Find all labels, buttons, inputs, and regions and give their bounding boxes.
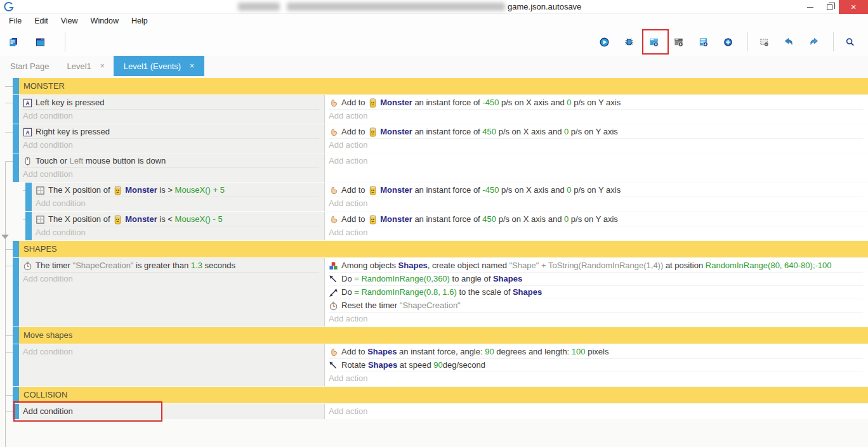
condition-line[interactable]: Touch or Left mouse button is down <box>23 155 319 167</box>
add-condition-placeholder[interactable]: Add condition <box>36 197 319 210</box>
conditions-cell[interactable]: The X position of Monster is < MouseX() … <box>32 212 324 240</box>
add-condition-placeholder[interactable]: Add condition <box>23 109 319 122</box>
play-button[interactable] <box>596 32 616 52</box>
action-line[interactable]: Add to Shapes an instant force, angle: 9… <box>329 346 863 358</box>
event-selection-bar[interactable] <box>13 95 19 124</box>
actions-cell[interactable]: Add to Shapes an instant force, angle: 9… <box>324 344 868 386</box>
redo-button[interactable] <box>805 32 825 52</box>
project-manager-button[interactable] <box>5 32 25 52</box>
add-action-placeholder[interactable]: Add action <box>329 372 863 385</box>
menu-item-view[interactable]: View <box>55 14 84 28</box>
menu-item-edit[interactable]: Edit <box>28 14 55 28</box>
group-header-shapes[interactable]: SHAPES <box>13 241 868 257</box>
scene-editor-button[interactable] <box>32 32 52 52</box>
tab-level1[interactable]: Level1× <box>58 56 113 76</box>
conditions-cell[interactable]: ARight key is pressedAdd condition <box>19 124 324 153</box>
tree-expander-icon[interactable] <box>1 235 9 239</box>
conditions-cell[interactable]: Add condition <box>19 344 324 386</box>
search-button[interactable] <box>841 32 862 52</box>
actions-cell[interactable]: Add to Monster an instant force of 450 p… <box>324 124 868 153</box>
tab-close-icon[interactable]: × <box>190 62 194 70</box>
condition-line[interactable]: The X position of Monster is < MouseX() … <box>36 213 319 226</box>
tab-level1-events-[interactable]: Level1 (Events)× <box>114 56 204 76</box>
action-line[interactable]: Add to Monster an instant force of 450 p… <box>329 126 863 138</box>
condition-line[interactable]: The timer "ShapeCreation" is greater tha… <box>23 259 319 272</box>
event-selection-bar[interactable] <box>13 327 19 344</box>
add-action-placeholder[interactable]: Add action <box>329 226 863 239</box>
action-line[interactable]: Add to Monster an instant force of -450 … <box>329 96 863 109</box>
add-action-placeholder[interactable]: Add action <box>329 138 863 152</box>
conditions-cell[interactable]: Add condition <box>19 404 324 419</box>
actions-cell[interactable]: Add to Monster an instant force of 450 p… <box>324 212 868 240</box>
menu-item-window[interactable]: Window <box>84 14 125 28</box>
event-selection-bar[interactable] <box>13 241 19 257</box>
event-selection-bar[interactable] <box>13 387 19 403</box>
actions-cell[interactable]: Add action <box>324 153 868 182</box>
add-subevent-button[interactable] <box>670 32 690 52</box>
add-action-placeholder[interactable]: Add action <box>329 197 863 210</box>
action-line[interactable]: Among objects Shapes, create object name… <box>329 259 863 272</box>
action-line[interactable]: Add to Monster an instant force of 450 p… <box>329 213 863 226</box>
event-selection-bar[interactable] <box>13 344 19 386</box>
group-header-monster[interactable]: MONSTER <box>13 78 868 94</box>
conditions-cell[interactable]: The timer "ShapeCreation" is greater tha… <box>19 258 324 327</box>
close-button[interactable]: ✕ <box>839 0 868 14</box>
event-row[interactable]: Add conditionAdd action <box>13 404 868 419</box>
add-action-placeholder[interactable]: Add action <box>329 155 863 167</box>
tab-close-icon[interactable]: × <box>100 62 105 70</box>
event-selection-bar[interactable] <box>13 258 19 327</box>
add-condition-placeholder[interactable]: Add condition <box>23 167 319 181</box>
event-row[interactable]: ARight key is pressedAdd conditionAdd to… <box>13 124 868 153</box>
add-condition-placeholder[interactable]: Add condition <box>23 272 319 285</box>
add-condition-placeholder[interactable]: Add condition <box>23 346 319 358</box>
actions-cell[interactable]: Add action <box>324 404 868 419</box>
actions-cell[interactable]: Among objects Shapes, create object name… <box>324 258 868 327</box>
group-header-collision[interactable]: COLLISION <box>13 387 868 403</box>
action-line[interactable]: Do = RandomInRange(0.8, 1.6) to the scal… <box>329 285 863 299</box>
conditions-cell[interactable]: Touch or Left mouse button is downAdd co… <box>19 153 324 182</box>
event-row[interactable]: The X position of Monster is < MouseX() … <box>25 212 868 240</box>
event-row[interactable]: The timer "ShapeCreation" is greater tha… <box>13 258 868 327</box>
action-line[interactable]: Reset the timer "ShapeCreation" <box>329 299 863 312</box>
add-action-placeholder[interactable]: Add action <box>329 109 863 122</box>
debug-button[interactable] <box>621 32 641 52</box>
menu-item-file[interactable]: File <box>3 14 28 28</box>
add-condition-placeholder[interactable]: Add condition <box>23 405 319 418</box>
conditions-cell[interactable]: ALeft key is pressedAdd condition <box>19 95 324 124</box>
conditions-cell[interactable]: The X position of Monster is > MouseX() … <box>32 183 324 211</box>
condition-line[interactable]: ALeft key is pressed <box>23 96 319 109</box>
action-line[interactable]: Add to Monster an instant force of -450 … <box>329 184 863 197</box>
event-selection-bar[interactable] <box>25 212 32 240</box>
event-row[interactable]: Touch or Left mouse button is downAdd co… <box>13 153 868 182</box>
event-row[interactable]: The X position of Monster is > MouseX() … <box>25 183 868 211</box>
event-selection-bar[interactable] <box>13 404 19 419</box>
text-segment: Add action <box>329 139 367 152</box>
minimize-button[interactable] <box>801 0 820 14</box>
undo-button[interactable] <box>780 32 801 52</box>
add-action-placeholder[interactable]: Add action <box>329 405 863 418</box>
event-row[interactable]: Add conditionAdd to Shapes an instant fo… <box>13 344 868 386</box>
restore-button[interactable] <box>820 0 839 14</box>
add-action-placeholder[interactable]: Add action <box>329 312 863 325</box>
event-selection-bar[interactable] <box>25 183 32 211</box>
event-selection-bar[interactable] <box>13 78 19 94</box>
condition-line[interactable]: The X position of Monster is > MouseX() … <box>36 184 319 197</box>
event-row[interactable]: ALeft key is pressedAdd conditionAdd to … <box>13 95 868 124</box>
group-header-move-shapes[interactable]: Move shapes <box>13 327 868 344</box>
text-segment: deg/second <box>443 359 485 372</box>
actions-cell[interactable]: Add to Monster an instant force of -450 … <box>324 95 868 124</box>
add-event-button[interactable] <box>645 32 666 52</box>
menu-item-help[interactable]: Help <box>125 14 154 28</box>
tab-start-page[interactable]: Start Page <box>1 56 58 76</box>
add-circle-button[interactable] <box>720 32 740 52</box>
condition-line[interactable]: ARight key is pressed <box>23 126 319 138</box>
add-comment-button[interactable] <box>695 32 715 52</box>
action-line[interactable]: Do = RandomInRange(0,360) to angle of Sh… <box>329 272 863 285</box>
event-selection-bar[interactable] <box>13 153 19 182</box>
add-condition-placeholder[interactable]: Add condition <box>36 226 319 239</box>
remove-event-button[interactable] <box>756 32 776 52</box>
actions-cell[interactable]: Add to Monster an instant force of -450 … <box>324 183 868 211</box>
event-selection-bar[interactable] <box>13 124 19 153</box>
add-condition-placeholder[interactable]: Add condition <box>23 138 319 152</box>
action-line[interactable]: Rotate Shapes at speed 90deg/second <box>329 358 863 372</box>
